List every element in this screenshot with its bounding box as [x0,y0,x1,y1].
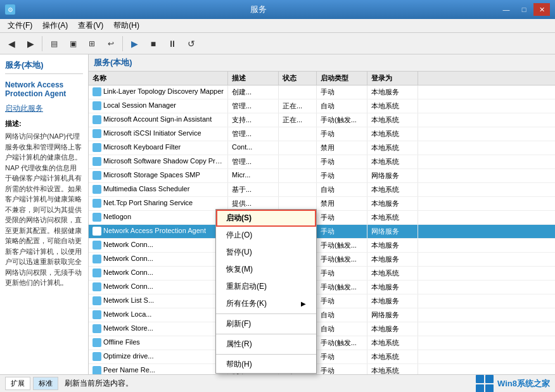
submenu-arrow-icon: ▶ [301,300,306,307]
context-menu-item-restart[interactable]: 重新启动(E) [216,278,316,295]
left-panel: 服务(本地) Network Access Protection Agent 启… [0,54,89,374]
context-menu-item-start[interactable]: 启动(S) [216,210,316,227]
service-login: 本地服务 [367,197,418,210]
service-name: Network List S... [89,294,228,308]
table-row[interactable]: Network Conn... 允许... 手动(触发... 本地服务 [89,253,555,267]
window-title: 服务 [19,4,498,15]
table-row[interactable]: Link-Layer Topology Discovery Mapper 创建.… [89,85,555,99]
service-desc: 支持... [228,113,279,127]
table-row[interactable]: Local Session Manager 管理... 正在... 自动 本地系… [89,99,555,113]
table-row[interactable]: Network Loca... 收集... 正在... 自动 网络服务 [89,308,555,322]
table-row[interactable]: Network Access Protection Agent 网络... 手动… [89,225,555,239]
service-icon [92,87,101,96]
service-startup: 手动(触发... [317,281,367,294]
ctx-item-label: 重新启动(E) [226,281,267,292]
service-login: 本地系统 [367,155,418,168]
table-row[interactable]: Network Conn... 管理... 手动 本地系统 [89,267,555,281]
service-startup: 手动 [317,85,367,99]
service-name: Network Conn... [89,239,228,252]
service-status [279,197,317,210]
service-login: 本地系统 [367,183,418,196]
selected-service-title: Network Access Protection Agent [5,80,83,98]
close-button[interactable]: ✕ [533,3,550,16]
table-row[interactable]: Network List S... 识别... 正在... 手动 本地服务 [89,294,555,308]
back-btn2[interactable]: ↩ [102,35,120,53]
context-menu-item-alltasks[interactable]: 所有任务(K)▶ [216,295,316,312]
table-row[interactable]: Multimedia Class Scheduler 基于... 自动 本地系统 [89,183,555,197]
table-row[interactable]: Network Conn... 网络... 正在... 手动(触发... 本地服… [89,239,555,253]
service-name: Netlogon [89,211,228,224]
show-action-pane-button[interactable]: ▣ [64,35,82,53]
context-menu-item-stop[interactable]: 停止(O) [216,227,316,244]
service-status [279,127,317,141]
properties-button[interactable]: ▶ [125,35,143,53]
service-startup: 手动 [317,294,367,308]
context-menu-separator [216,334,316,334]
table-row[interactable]: Microsoft iSCSI Initiator Service 管理... … [89,127,555,141]
menu-item-view[interactable]: 查看(V) [73,19,108,32]
table-row[interactable]: Microsoft Keyboard Filter Cont... 禁用 本地系… [89,141,555,155]
service-login: 本地服务 [367,239,418,252]
service-startup: 手动 [317,225,367,238]
context-menu-item-help[interactable]: 帮助(H) [216,356,316,373]
header-name[interactable]: 名称 [89,72,228,85]
service-login: 网络服务 [367,169,418,182]
table-row[interactable]: Netlogon 为用... 手动 本地系统 [89,211,555,225]
windows-logo-icon [476,375,494,393]
context-menu-item-pause[interactable]: 暂停(U) [216,244,316,261]
context-menu-separator [216,313,316,314]
table-row[interactable]: Offline Files 脱机... 手动(触发... 本地系统 [89,336,555,350]
context-menu-item-resume[interactable]: 恢复(M) [216,261,316,278]
header-startup[interactable]: 启动类型 [317,72,367,85]
service-login: 本地系统 [367,113,418,127]
service-name: Local Session Manager [89,99,228,113]
win-brand-text: Win8系统之家 [497,378,550,389]
forward-button[interactable]: ▶ [22,35,39,53]
table-row[interactable]: Network Store... 此服... 正在... 自动 本地服务 [89,322,555,336]
service-icon [92,129,101,138]
new-window-button[interactable]: ⊞ [83,35,101,53]
ctx-item-label: 启动(S) [226,213,252,224]
back-button[interactable]: ◀ [3,35,20,53]
service-desc: Micr... [228,169,279,182]
header-status[interactable]: 状态 [279,72,317,85]
table-row[interactable]: Optimize drive... 通过... 手动 本地系统 [89,350,555,364]
tab-expand[interactable]: 扩展 [5,377,30,390]
pause-button[interactable]: ⏸ [163,35,181,53]
context-menu-item-refresh[interactable]: 刷新(F) [216,315,316,332]
tab-standard[interactable]: 标准 [33,377,58,390]
content-panel: 服务(本地) 名称 描述 状态 启动类型 登录为 Link-Layer Topo… [89,54,555,374]
menu-item-help[interactable]: 帮助(H) [108,19,144,32]
menu-item-action[interactable]: 操作(A) [37,19,73,32]
table-row[interactable]: Network Conn... 提供... 手动(触发... 本地服务 [89,281,555,294]
main-area: 服务(本地) Network Access Protection Agent 启… [0,54,555,374]
service-startup: 自动 [317,322,367,336]
service-startup: 手动 [317,350,367,364]
toolbar-separator-1 [42,36,42,51]
header-login[interactable]: 登录为 [367,72,418,85]
start-service-link[interactable]: 启动此服务 [5,103,43,114]
table-row[interactable]: Peer Name Re... 使用... 正在... 手动 本地系统 [89,364,555,374]
service-name: Microsoft Software Shadow Copy Provi... [89,155,228,168]
maximize-button[interactable]: □ [516,3,532,16]
header-desc[interactable]: 描述 [228,72,279,85]
table-row[interactable]: Microsoft Storage Spaces SMP Micr... 手动 … [89,169,555,183]
service-login: 本地系统 [367,350,418,364]
service-icon [92,324,101,333]
stop-button[interactable]: ■ [144,35,162,53]
show-hide-console-button[interactable]: ▤ [45,35,63,53]
minimize-button[interactable]: — [498,3,514,16]
service-status: 正在... [279,113,317,127]
service-status [279,155,317,168]
menu-item-file[interactable]: 文件(F) [3,19,37,32]
service-icon [92,185,101,194]
ctx-item-label: 属性(R) [226,339,252,350]
table-row[interactable]: Microsoft Software Shadow Copy Provi... … [89,155,555,169]
table-row[interactable]: Net.Tcp Port Sharing Service 提供... 禁用 本地… [89,197,555,211]
restart-button[interactable]: ↺ [182,35,200,53]
table-row[interactable]: Microsoft Account Sign-in Assistant 支持..… [89,113,555,127]
service-status [279,183,317,196]
service-icon [92,157,101,166]
context-menu-item-properties[interactable]: 属性(R) [216,336,316,353]
status-text: 刷新当前所选内容。 [65,378,133,389]
